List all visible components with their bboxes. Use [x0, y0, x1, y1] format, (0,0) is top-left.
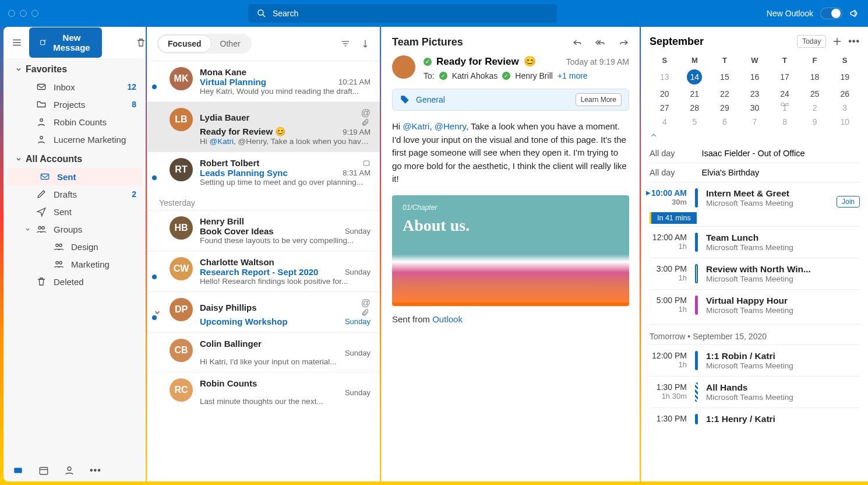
sidebar-item-fav-2[interactable]: Robin Counts: [3, 113, 146, 131]
calendar-day[interactable]: 28: [680, 101, 710, 115]
tab-other[interactable]: Other: [211, 36, 250, 52]
sidebar-item-fav-3[interactable]: Lucerne Marketing: [3, 131, 146, 148]
event-color-bar: [695, 351, 698, 370]
chevron-down-icon: [15, 156, 22, 163]
calendar-day[interactable]: 20: [650, 87, 680, 101]
new-outlook-toggle[interactable]: [820, 8, 842, 19]
more-modules-button[interactable]: •••: [90, 465, 101, 476]
today-button[interactable]: Today: [797, 35, 826, 48]
mail-module-icon[interactable]: [13, 465, 23, 476]
minimize-window-icon[interactable]: [20, 10, 27, 17]
zoom-window-icon[interactable]: [31, 10, 38, 17]
calendar-module-icon[interactable]: [38, 465, 49, 476]
sidebar-item-acct-3[interactable]: Groups: [3, 220, 146, 238]
outlook-link[interactable]: Outlook: [432, 314, 463, 324]
close-window-icon[interactable]: [8, 10, 15, 17]
titlebar-right: New Outlook: [767, 8, 860, 19]
attachment-preview[interactable]: 01/Chapter About us.: [392, 195, 629, 306]
search-input[interactable]: Search: [248, 4, 557, 23]
calendar-day[interactable]: 13: [650, 67, 680, 87]
calendar-day[interactable]: 17: [770, 67, 800, 87]
calendar-more-button[interactable]: •••: [848, 36, 860, 47]
calendar-day[interactable]: 30: [740, 101, 770, 115]
tab-focused[interactable]: Focused: [158, 36, 211, 52]
calendar-day[interactable]: 2: [800, 101, 830, 115]
recipient[interactable]: Katri Ahokas: [452, 71, 498, 80]
calendar-day[interactable]: 27: [650, 101, 680, 115]
calendar-day[interactable]: 18: [800, 67, 830, 87]
calendar-day[interactable]: 5: [680, 115, 710, 129]
calendar-day[interactable]: 6: [710, 115, 740, 129]
recipient[interactable]: Henry Brill: [515, 71, 553, 80]
learn-more-button[interactable]: Learn More: [576, 93, 622, 106]
mention[interactable]: @Katri: [403, 121, 429, 131]
message-row[interactable]: CW Charlotte Waltson Research Report - S…: [147, 251, 380, 291]
window-controls[interactable]: [8, 10, 38, 17]
allday-event[interactable]: All dayIsaac Fielder - Out of Office: [650, 144, 860, 163]
calendar-day[interactable]: 7: [740, 115, 770, 129]
calendar-day[interactable]: 26: [830, 87, 860, 101]
people-module-icon[interactable]: [64, 465, 75, 476]
allday-event[interactable]: All dayElvia's Birthday: [650, 163, 860, 182]
message-row[interactable]: RT Robert Tolbert Leads Planning Sync8:3…: [147, 152, 380, 192]
mention[interactable]: @Henry: [435, 121, 466, 131]
calendar-day[interactable]: 29: [710, 101, 740, 115]
sidebar-item-fav-1[interactable]: Projects 8: [3, 96, 146, 113]
calendar-day[interactable]: 22: [710, 87, 740, 101]
add-event-icon[interactable]: [832, 36, 842, 47]
message-row[interactable]: CB Colin Ballinger Sunday Hi Katri, I'd …: [147, 332, 380, 372]
calendar-day[interactable]: 15: [710, 67, 740, 87]
megaphone-icon[interactable]: [849, 8, 860, 19]
svg-point-12: [40, 136, 43, 139]
calendar-event[interactable]: 1:30 PM 1:1 Henry / Katri: [650, 407, 860, 430]
message-time: Sunday: [345, 268, 371, 276]
sidebar-item-acct-5[interactable]: Marketing: [3, 255, 146, 273]
message-time: 8:31 AM: [343, 168, 371, 177]
calendar-day[interactable]: 10: [830, 115, 860, 129]
calendar-day[interactable]: 25: [800, 87, 830, 101]
calendar-day[interactable]: 3: [830, 101, 860, 115]
calendar-day[interactable]: 19: [830, 67, 860, 87]
calendar-event[interactable]: 12:00 AM1h Team LunchMicrosoft Teams Mee…: [650, 226, 860, 258]
sidebar-item-acct-0[interactable]: Sent: [7, 168, 142, 185]
calendar-day[interactable]: 16: [740, 67, 770, 87]
calendar-event[interactable]: ▶ 10:00 AM30m Intern Meet & GreetMicroso…: [650, 182, 860, 213]
calendar-day[interactable]: 21: [680, 87, 710, 101]
calendar-event[interactable]: 5:00 PM1h Virtual Happy HourMicrosoft Te…: [650, 289, 860, 321]
join-button[interactable]: Join: [837, 196, 860, 208]
reply-all-icon[interactable]: [595, 37, 606, 48]
calendar-event[interactable]: 1:30 PM1h 30m All HandsMicrosoft Teams M…: [650, 376, 860, 407]
calendar-day[interactable]: Oct1: [770, 101, 800, 115]
favorites-header[interactable]: Favorites: [3, 58, 146, 78]
calendar-day[interactable]: 8: [770, 115, 800, 129]
collapse-calendar[interactable]: [650, 129, 860, 144]
calendar-day[interactable]: 9: [800, 115, 830, 129]
calendar-event[interactable]: 3:00 PM1h Review with North Win...Micros…: [650, 258, 860, 289]
message-row[interactable]: LB Lydia Bauer@ Ready for Review 😊9:19 A…: [147, 101, 380, 152]
month-label: September: [650, 36, 704, 48]
calendar-day[interactable]: 23: [740, 87, 770, 101]
mini-calendar[interactable]: SMTWTFS131415161718192021222324252627282…: [650, 54, 860, 129]
filter-icon[interactable]: [340, 38, 351, 49]
calendar-day[interactable]: 24: [770, 87, 800, 101]
calendar-day[interactable]: 4: [650, 115, 680, 129]
message-row[interactable]: RC Robin Counts Sunday Last minute thoug…: [147, 372, 380, 412]
calendar-event[interactable]: 12:00 PM1h 1:1 Robin / KatriMicrosoft Te…: [650, 345, 860, 376]
sidebar-item-acct-2[interactable]: Sent: [3, 203, 146, 220]
event-title: Team Lunch: [706, 233, 860, 243]
message-row[interactable]: DP Daisy Phillips@ Upcoming WorkshopSund…: [147, 291, 380, 332]
sidebar-item-acct-4[interactable]: Design: [3, 238, 146, 255]
reply-icon[interactable]: [572, 37, 583, 48]
all-accounts-header[interactable]: All Accounts: [3, 148, 146, 168]
sidebar-item-acct-1[interactable]: Drafts 2: [3, 185, 146, 203]
forward-icon[interactable]: [619, 37, 629, 48]
sidebar-item-fav-0[interactable]: Inbox 12: [3, 78, 146, 96]
message-row[interactable]: MK Mona Kane Virtual Planning10:21 AM He…: [147, 61, 380, 101]
new-message-button[interactable]: New Message: [29, 27, 102, 58]
sort-icon[interactable]: [360, 38, 371, 49]
calendar-day[interactable]: 14: [680, 67, 710, 87]
more-recipients[interactable]: +1 more: [558, 71, 588, 80]
message-row[interactable]: HB Henry Brill Book Cover IdeasSunday Fo…: [147, 210, 380, 251]
sidebar-item-acct-6[interactable]: Deleted: [3, 273, 146, 290]
hamburger-icon[interactable]: [12, 35, 22, 50]
